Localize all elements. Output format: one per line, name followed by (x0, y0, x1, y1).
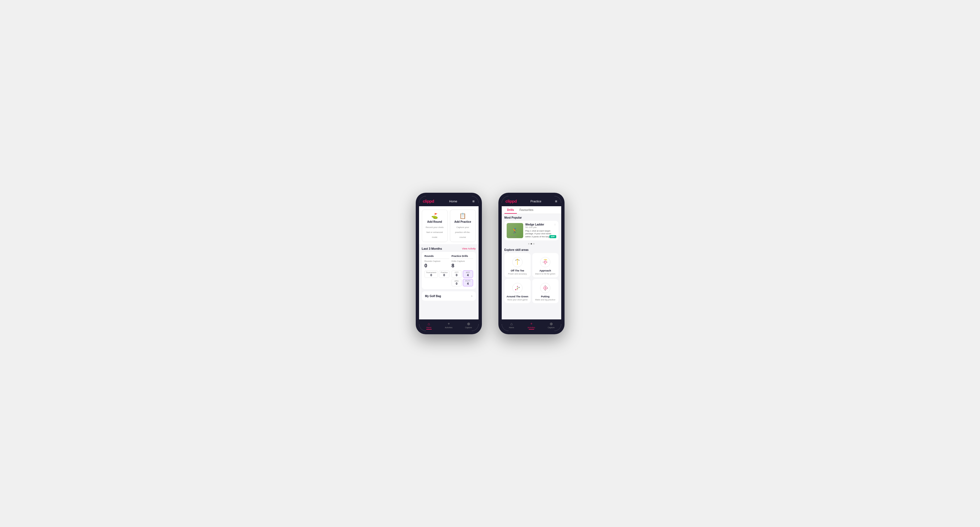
rounds-capture-label: Rounds Capture (425, 260, 449, 262)
stats-row: Rounds Rounds Capture 0 Tournament 0 Pra… (425, 255, 473, 286)
activities-nav-label: Activities (445, 327, 453, 329)
svg-point-4 (517, 259, 518, 260)
add-practice-card[interactable]: 📋 Add Practice Capture your practice off… (450, 210, 476, 242)
putting-icon-area (535, 282, 556, 294)
approach-svg (540, 257, 551, 268)
skill-grid: Off The Tee Power and accuracy (504, 253, 558, 303)
add-round-desc: Record your shots fast or enhanced mode (426, 226, 444, 238)
stats-box: Rounds Rounds Capture 0 Tournament 0 Pra… (422, 252, 476, 289)
action-cards-container: ⛳ Add Round Record your shots fast or en… (419, 206, 479, 244)
add-practice-desc: Capture your practice off-the-course (455, 226, 470, 238)
view-activity-link[interactable]: View Activity (462, 247, 476, 250)
app-val: 4 (465, 273, 471, 277)
home-nav-icon: ⌂ (428, 322, 430, 326)
chevron-right-icon: › (471, 294, 473, 298)
activities-nav-icon: ⚬ (447, 322, 450, 326)
putt-label: PUTT (465, 280, 471, 282)
putting-desc: Make and lag practice (535, 298, 556, 301)
rounds-title: Rounds (425, 255, 449, 259)
approach-icon-area (535, 256, 556, 268)
practice-activities-nav-icon: ⚬ (530, 322, 533, 326)
practice-menu-icon[interactable]: ≡ (555, 199, 557, 203)
svg-point-25 (547, 287, 548, 288)
drill-card[interactable]: 🏌️ Wedge Ladder 50–100 yds Play 1 shot a… (504, 221, 558, 240)
dot-3 (533, 243, 535, 244)
practice-content: Most Popular 🏌️ Wedge Ladder 50–100 yds … (502, 214, 561, 319)
ott-label: OTT (453, 271, 460, 273)
drill-name: Wedge Ladder (525, 223, 556, 226)
skill-approach[interactable]: Approach Dial-in to hit the green (532, 253, 558, 277)
drills-total: 8 (452, 263, 473, 269)
off-the-tee-icon-area (507, 256, 528, 268)
phone-home: clippd Home ≡ ⛳ Add Round Record your sh… (416, 193, 482, 334)
explore-section: Explore skill areas (502, 247, 561, 304)
approach-desc: Dial-in to hit the green (535, 273, 556, 275)
drill-card-footer: ⚬ 9 shots APP (507, 235, 556, 238)
tournament-label: Tournament (426, 271, 436, 273)
home-title: Home (449, 200, 457, 203)
nav-capture[interactable]: ⊕ Capture (459, 320, 479, 331)
add-round-card[interactable]: ⛳ Add Round Record your shots fast or en… (422, 210, 448, 242)
drills-sub-grid: OTT 0 APP 4 ARG 0 (452, 270, 473, 286)
putting-svg (540, 283, 551, 294)
home-nav-label: Home (426, 327, 431, 329)
menu-icon[interactable]: ≡ (472, 199, 474, 203)
practice-activities-nav-label: Activities (528, 327, 535, 329)
tab-drills[interactable]: Drills (504, 206, 517, 214)
atg-svg (512, 283, 523, 294)
putt-val: 4 (465, 282, 471, 285)
phone-practice: clippd Practice ≡ Drills Favourites Most… (498, 193, 565, 334)
nav-activities[interactable]: ⚬ Activities (439, 320, 459, 331)
practice-header: clippd Practice ≡ (502, 196, 561, 206)
activity-section-header: Last 3 Months View Activity (419, 244, 479, 252)
dot-2 (531, 243, 532, 244)
practice-nav-capture[interactable]: ⊕ Capture (541, 320, 561, 331)
practice-capture-nav-label: Capture (548, 327, 555, 329)
practice-nav-activities[interactable]: ⚬ Activities (522, 320, 541, 331)
shots-label: ⚬ 9 shots (507, 235, 517, 238)
rounds-total: 0 (425, 263, 449, 269)
most-popular-label: Most Popular (504, 216, 558, 219)
drills-col: Practice Drills Drills Capture 8 OTT 0 A… (452, 255, 473, 286)
explore-label: Explore skill areas (504, 248, 558, 251)
practice-capture-nav-icon: ⊕ (550, 322, 553, 326)
home-content: ⛳ Add Round Record your shots fast or en… (419, 206, 479, 319)
tab-favourites[interactable]: Favourites (517, 206, 536, 214)
practice-nav-home[interactable]: ⌂ Home (502, 320, 522, 331)
golf-bag-row[interactable]: My Golf Bag › (422, 291, 476, 301)
skill-around-the-green[interactable]: Around The Green Hone your short game (504, 279, 531, 303)
svg-point-6 (519, 260, 520, 260)
star-icon[interactable]: ☆ (554, 223, 556, 226)
off-the-tee-desc: Power and accuracy (507, 273, 528, 275)
add-round-icon: ⛳ (424, 213, 445, 219)
arg-stat: ARG 0 (452, 279, 462, 286)
skill-off-the-tee[interactable]: Off The Tee Power and accuracy (504, 253, 531, 277)
atg-desc: Hone your short game (507, 298, 528, 301)
ott-stat: OTT 0 (452, 270, 462, 278)
tournament-stat: Tournament 0 (425, 270, 438, 278)
app-logo: clippd (423, 199, 434, 203)
practice-home-nav-label: Home (509, 327, 514, 329)
practice-bottom-nav: ⌂ Home ⚬ Activities ⊕ Capture (502, 319, 561, 331)
approach-name: Approach (535, 269, 556, 272)
svg-point-13 (546, 259, 547, 260)
rounds-sub-grid: Tournament 0 Practice 0 (425, 270, 449, 278)
home-header: clippd Home ≡ (419, 196, 479, 206)
activity-section-title: Last 3 Months (422, 247, 442, 250)
nav-home[interactable]: ⌂ Home (419, 320, 439, 331)
atg-name: Around The Green (507, 295, 528, 298)
practice-tabs: Drills Favourites (502, 206, 561, 214)
off-the-tee-name: Off The Tee (507, 269, 528, 272)
practice-activities-underline (529, 329, 534, 330)
putt-stat: PUTT 4 (463, 279, 473, 286)
practice-val: 0 (441, 273, 447, 277)
add-practice-icon: 📋 (452, 213, 473, 219)
capture-nav-icon: ⊕ (467, 322, 470, 326)
add-round-title: Add Round (424, 220, 445, 223)
practice-label: Practice (441, 271, 447, 273)
app-badge: APP (549, 235, 556, 238)
skill-putting[interactable]: Putting Make and lag practice (532, 279, 558, 303)
arg-label: ARG (453, 280, 460, 282)
drills-capture-label: Drills Capture (452, 260, 473, 262)
svg-point-22 (545, 287, 546, 289)
